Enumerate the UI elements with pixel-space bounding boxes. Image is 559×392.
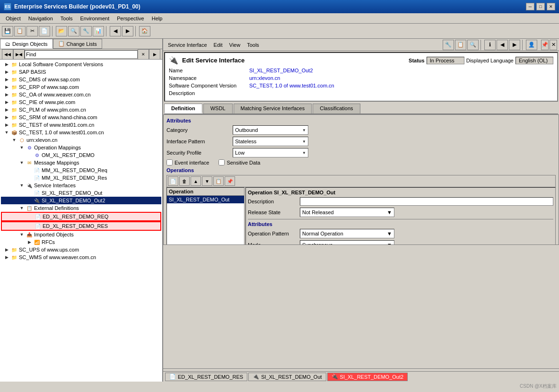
tree-item-msg-mappings[interactable]: ▼ ✉ Message Mappings	[1, 159, 161, 166]
sensitive-data-checkbox-label[interactable]: Sensitive Data	[218, 159, 260, 166]
right-tb-btn-5[interactable]: ◀	[497, 40, 508, 50]
minimize-button[interactable]: ─	[526, 3, 534, 10]
menu-help[interactable]: Help	[148, 15, 166, 22]
tree-item-local[interactable]: ▶ 📁 Local Software Component Versions	[1, 61, 161, 68]
field-namespace-label: Namespace	[169, 75, 249, 81]
security-profile-select[interactable]: Low ▼	[233, 148, 308, 157]
tab-design-objects[interactable]: 🗂 Design Objects	[0, 39, 53, 49]
right-tb-btn-3[interactable]: 🔍	[467, 40, 479, 50]
ops-list-item-1[interactable]: SI_XL_REST_DEMO_Out	[167, 196, 244, 203]
design-objects-label: Design Objects	[12, 41, 48, 47]
tb-btn-3[interactable]: ✂	[26, 26, 38, 36]
main-toolbar: 💾 📋 ✂ 📄 📂 🔍 🔧 📊 ◀ ▶ 🏠	[0, 24, 559, 39]
field-desc-label: Description	[169, 90, 249, 96]
event-interface-checkbox-label[interactable]: Event interface	[166, 159, 209, 166]
ops-new-btn[interactable]: 📄	[168, 176, 178, 186]
right-tb-btn-7[interactable]: 👤	[526, 40, 537, 50]
tb-btn-8[interactable]: 📊	[93, 26, 104, 36]
search-back-btn[interactable]: ◀◀	[2, 49, 13, 60]
op-mode-select[interactable]: Synchronous ▼	[300, 240, 394, 245]
right-tb-btn-4[interactable]: ℹ	[484, 40, 496, 50]
search-clear-btn[interactable]: ✕	[138, 49, 149, 60]
bottom-tab-ed-res[interactable]: 📄 ED_XL_REST_DEMO_RES	[165, 373, 247, 381]
tab-change-lists[interactable]: 📋 Change Lists	[53, 39, 102, 49]
tree-item-plm[interactable]: ▶ 📁 SC_PLM of www.plm.com.cn	[1, 106, 161, 113]
tree-item-sctest1[interactable]: ▶ 📁 SC_TEST of www.test01.com.cn	[1, 121, 161, 129]
menu-environment[interactable]: Environment	[76, 15, 113, 22]
tree-item-ups[interactable]: ▶ 📁 SC_UPS of www.ups.com	[1, 246, 161, 253]
menu-service-interface[interactable]: Service Interface	[165, 41, 210, 49]
tb-btn-home[interactable]: 🏠	[139, 26, 150, 36]
menu-object[interactable]: Object	[2, 15, 25, 22]
field-name-value: SI_XL_REST_DEMO_Out2	[249, 68, 313, 73]
menu-navigation[interactable]: Navigation	[25, 15, 57, 22]
tree-item-si-out[interactable]: 📄 SI_XL_REST_DEMO_Out	[1, 189, 161, 197]
tab-classifications[interactable]: Classifications	[313, 104, 360, 113]
right-tb-pin[interactable]: 📌	[541, 40, 549, 50]
menu-view[interactable]: View	[227, 41, 244, 49]
right-tb-btn-1[interactable]: 🔧	[443, 40, 454, 50]
tb-btn-forward[interactable]: ▶	[122, 26, 133, 36]
ops-copy-btn[interactable]: 📋	[213, 176, 224, 186]
interface-pattern-select[interactable]: Stateless ▼	[233, 137, 308, 146]
tree-item-oa[interactable]: ▶ 📁 SC_OA of www.weaver.com.cn	[1, 91, 161, 98]
right-tb-close[interactable]: ✕	[550, 40, 557, 50]
ops-delete-btn[interactable]: 🗑	[179, 176, 190, 186]
tb-btn-7[interactable]: 🔧	[80, 26, 92, 36]
tree-item-wms[interactable]: ▶ 📁 SC_WMS of www.weaver.com.cn	[1, 253, 161, 261]
tb-btn-back[interactable]: ◀	[110, 26, 121, 36]
right-tb-btn-2[interactable]: 📋	[455, 40, 466, 50]
right-tb-btn-6[interactable]: ▶	[509, 40, 520, 50]
op-pattern-select[interactable]: Normal Operation ▼	[300, 229, 394, 238]
tab-definition[interactable]: Definition	[164, 104, 202, 113]
tree-item-si-out2[interactable]: 🔌 SI_XL_REST_DEMO_Out2	[1, 197, 161, 204]
tree-item-svc-ifaces[interactable]: ▼ 🔌 Service Interfaces	[1, 182, 161, 189]
tree-item-op-mappings[interactable]: ▼ ⚙ Operation Mappings	[1, 144, 161, 151]
menu-perspective[interactable]: Perspective	[113, 15, 148, 22]
tree-item-pie[interactable]: ▶ 📁 SC_PIE of www.pie.com	[1, 98, 161, 106]
tab-matching[interactable]: Matching Service Interfaces	[234, 104, 312, 113]
close-button[interactable]: ✕	[547, 3, 555, 10]
tree-item-ed-res[interactable]: 📄 ED_XL_REST_DEMO_RES	[1, 221, 161, 231]
tree-item-srm[interactable]: ▶ 📁 SC_SRM of www.hand-china.com	[1, 113, 161, 121]
tb-btn-1[interactable]: 💾	[2, 26, 13, 36]
tree-item-namespace[interactable]: ▼ ⬡ urn:xlevon.cn	[1, 136, 161, 144]
search-find-btn[interactable]: ▶◀	[13, 49, 25, 60]
sensitive-data-label: Sensitive Data	[227, 160, 260, 166]
op-desc-input[interactable]	[300, 197, 553, 206]
tree-item-ext-defs[interactable]: ▼ 📋 External Definitions	[1, 204, 161, 212]
tb-btn-5[interactable]: 📂	[56, 26, 67, 36]
tb-btn-4[interactable]: 📄	[39, 26, 50, 36]
tree-item-erp[interactable]: ▶ 📁 SC_ERP of www.sap.com	[1, 83, 161, 91]
maximize-button[interactable]: □	[536, 3, 545, 10]
ops-detail: Operation SI_XL_REST_DEMO_Out Descriptio…	[245, 187, 556, 245]
tree-item-sctest10[interactable]: ▼ 📦 SC_TEST, 1.0 of www.test01.com.cn	[1, 129, 161, 136]
ops-paste-btn[interactable]: 📌	[225, 176, 235, 186]
search-submit-btn[interactable]: ▶	[149, 49, 160, 60]
bottom-tab-si-out[interactable]: 🔌 SI_XL_REST_DEMO_Out	[248, 373, 326, 381]
menu-edit[interactable]: Edit	[211, 41, 226, 49]
ops-up-btn[interactable]: ▲	[191, 176, 201, 186]
tree-item-mm-res[interactable]: 📄 MM_XL_REST_DEMO_Res	[1, 174, 161, 182]
tree-item-imported-obj[interactable]: ▼ 📥 Imported Objects	[1, 231, 161, 238]
tree-item-rfcs[interactable]: ▶ 📶 RFCs	[1, 238, 161, 246]
sensitive-data-checkbox[interactable]	[218, 159, 225, 166]
tree-label: SAP BASIS	[19, 69, 46, 75]
tb-btn-2[interactable]: 📋	[14, 26, 26, 36]
tb-btn-6[interactable]: 🔍	[68, 26, 79, 36]
tab-wsdl[interactable]: WSDL	[203, 104, 233, 113]
tree-item-ed-req[interactable]: 📄 ED_XL_REST_DEMO_REQ	[1, 212, 161, 221]
bottom-tab-si-out2[interactable]: 🔌 SI_XL_REST_DEMO_Out2	[327, 373, 408, 381]
event-interface-checkbox[interactable]	[166, 159, 173, 166]
tree-item-sap-basis[interactable]: ▶ 📁 SAP BASIS	[1, 68, 161, 76]
category-select[interactable]: Outbound ▼	[233, 125, 308, 135]
ops-layout: Operation SI_XL_REST_DEMO_Out Operation …	[166, 187, 556, 245]
tree-item-mm-req[interactable]: 📄 MM_XL_REST_DEMO_Req	[1, 166, 161, 174]
menu-tools-right[interactable]: Tools	[244, 41, 262, 49]
menu-tools[interactable]: Tools	[57, 15, 77, 22]
search-input[interactable]	[25, 50, 138, 59]
op-release-select[interactable]: Not Released ▼	[300, 208, 394, 217]
tree-item-dms[interactable]: ▶ 📁 SC_DMS of www.sap.com	[1, 76, 161, 83]
ops-down-btn[interactable]: ▼	[202, 176, 212, 186]
tree-item-om1[interactable]: ⚙ OM_XL_REST_DEMO	[1, 151, 161, 159]
